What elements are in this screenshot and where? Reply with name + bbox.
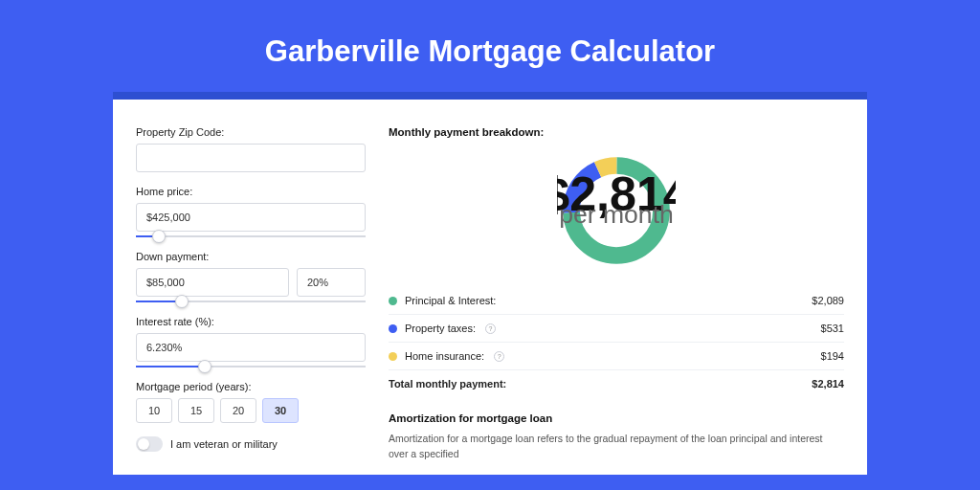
zip-input[interactable] (136, 144, 366, 172)
legend-row-taxes: Property taxes: ? $531 (389, 315, 844, 343)
info-icon[interactable]: ? (485, 323, 496, 334)
form-column: Property Zip Code: Home price: Down paym… (136, 126, 366, 448)
period-btn-15[interactable]: 15 (178, 398, 214, 423)
info-icon[interactable]: ? (494, 351, 504, 362)
legend-row-total: Total monthly payment: $2,814 (389, 370, 844, 397)
toggle-knob (138, 438, 149, 450)
zip-label: Property Zip Code: (136, 126, 366, 138)
down-payment-slider[interactable] (136, 301, 366, 302)
breakdown-column: Monthly payment breakdown: $2,814 per mo… (389, 126, 844, 448)
home-price-label: Home price: (136, 186, 366, 197)
zip-section: Property Zip Code: (136, 126, 366, 172)
interest-input[interactable] (136, 333, 366, 362)
interest-section: Interest rate (%): (136, 316, 366, 368)
total-value: $2,814 (812, 378, 844, 390)
down-payment-pct-input[interactable] (297, 268, 366, 297)
amort-text: Amortization for a mortgage loan refers … (389, 432, 844, 462)
calculator-panel: Property Zip Code: Home price: Down paym… (113, 92, 867, 475)
slider-thumb[interactable] (198, 360, 212, 373)
veteran-row: I am veteran or military (136, 436, 366, 452)
legend-name: Home insurance: (405, 350, 484, 362)
amort-heading: Amortization for mortgage loan (389, 412, 844, 424)
slider-thumb[interactable] (152, 230, 166, 243)
home-price-slider[interactable] (136, 235, 366, 237)
veteran-label: I am veteran or military (170, 438, 278, 450)
legend-value: $2,089 (812, 295, 844, 306)
down-payment-label: Down payment: (136, 251, 366, 262)
veteran-toggle[interactable] (136, 436, 163, 452)
breakdown-heading: Monthly payment breakdown: (389, 126, 844, 138)
donut-center-sub: per month (559, 200, 674, 229)
home-price-input[interactable] (136, 203, 366, 232)
home-price-section: Home price: (136, 186, 366, 237)
period-btn-10[interactable]: 10 (136, 398, 172, 423)
period-btn-30[interactable]: 30 (262, 398, 299, 423)
slider-thumb[interactable] (175, 295, 189, 308)
legend-row-insurance: Home insurance: ? $194 (389, 343, 844, 370)
legend-row-principal: Principal & Interest: $2,089 (389, 287, 844, 315)
period-label: Mortgage period (years): (136, 381, 366, 392)
period-section: Mortgage period (years): 10 15 20 30 (136, 381, 366, 423)
donut-chart: $2,814 per month (389, 151, 844, 270)
page-title: Garberville Mortgage Calculator (0, 0, 980, 92)
period-row: 10 15 20 30 (136, 398, 366, 423)
down-payment-input[interactable] (136, 268, 289, 297)
dot-icon (389, 352, 397, 361)
down-payment-section: Down payment: (136, 251, 366, 302)
dot-icon (389, 324, 397, 333)
legend-value: $531 (821, 323, 844, 334)
interest-slider[interactable] (136, 366, 366, 368)
dot-icon (389, 297, 397, 305)
period-btn-20[interactable]: 20 (220, 398, 256, 423)
interest-label: Interest rate (%): (136, 316, 366, 327)
legend-name: Property taxes: (405, 323, 476, 334)
total-label: Total monthly payment: (389, 378, 506, 390)
legend-value: $194 (821, 350, 844, 362)
legend-name: Principal & Interest: (405, 295, 496, 306)
